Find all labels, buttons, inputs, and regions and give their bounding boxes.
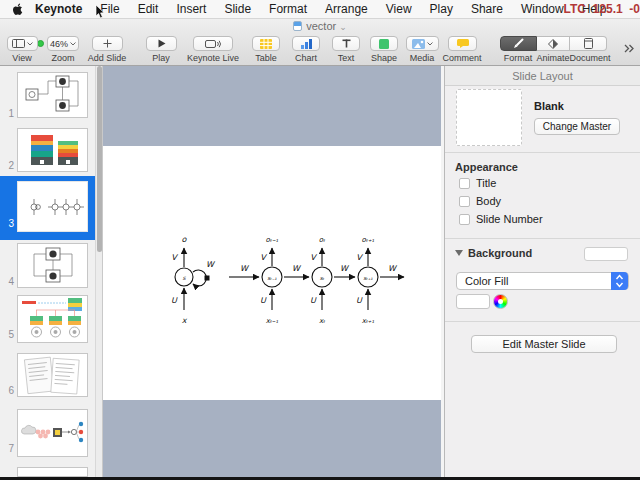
- fill-type-select[interactable]: Color Fill: [456, 272, 629, 290]
- slide-number-7: 7: [2, 443, 14, 454]
- slide-5-graphic: [18, 296, 87, 342]
- slide-thumbnail-2[interactable]: [17, 128, 88, 172]
- title-checkbox-label: Title: [476, 177, 496, 189]
- view-button-label: View: [12, 53, 31, 63]
- shape-button[interactable]: [370, 36, 398, 51]
- slide-6-graphic: [18, 354, 87, 396]
- w-label-3: W: [388, 264, 398, 273]
- navigator-scrollbar[interactable]: [95, 66, 103, 477]
- format-button[interactable]: [500, 36, 537, 51]
- document-icon: [584, 38, 593, 49]
- change-master-button[interactable]: Change Master: [534, 118, 620, 135]
- text-label: Text: [338, 53, 355, 63]
- shape-label: Shape: [371, 53, 397, 63]
- navigator-scrollbar-thumb[interactable]: [97, 66, 102, 252]
- title-chevron-icon[interactable]: ⌄: [339, 22, 347, 32]
- slide-thumbnail-1[interactable]: [17, 72, 88, 118]
- menu-edit[interactable]: Edit: [129, 2, 168, 16]
- text-icon: [342, 39, 351, 48]
- slide-thumbnail-8[interactable]: [17, 467, 88, 477]
- slide-canvas: s o V W U x sₜ₋₁ sₜ sₜ₊₁ W W W W: [103, 66, 444, 477]
- keynote-live-button[interactable]: [193, 36, 233, 51]
- add-slide-button[interactable]: [92, 36, 123, 51]
- comment-label: Comment: [442, 53, 481, 63]
- edit-master-slide-button[interactable]: Edit Master Slide: [471, 335, 617, 353]
- menu-play[interactable]: Play: [421, 2, 462, 16]
- format-inspector: Slide Layout Blank Change Master Appeara…: [444, 66, 640, 477]
- media-button[interactable]: [406, 36, 439, 51]
- window-title-text: vector: [306, 20, 336, 32]
- fill-color-well[interactable]: [456, 294, 490, 309]
- media-label: Media: [410, 53, 435, 63]
- animate-label: Animate: [536, 53, 569, 63]
- slide-number-1: 1: [2, 108, 14, 119]
- menu-insert[interactable]: Insert: [167, 2, 215, 16]
- play-label: Play: [152, 53, 170, 63]
- title-checkbox-row: Title: [459, 177, 496, 189]
- text-button[interactable]: [332, 36, 360, 51]
- zoom-control[interactable]: 46%: [47, 36, 79, 51]
- toolbar: vector⌄ View 46% Zoom Add Slide Play Key…: [0, 19, 640, 66]
- select-stepper[interactable]: [611, 272, 628, 290]
- menu-format[interactable]: Format: [260, 2, 316, 16]
- master-name: Blank: [534, 100, 564, 112]
- animate-button[interactable]: [537, 36, 570, 51]
- comment-button[interactable]: [448, 36, 477, 51]
- zoom-value: 46%: [50, 39, 68, 49]
- table-button[interactable]: [252, 36, 280, 51]
- menu-slide[interactable]: Slide: [215, 2, 260, 16]
- chart-label: Chart: [295, 53, 317, 63]
- slide-thumbnail-3[interactable]: [17, 181, 88, 232]
- media-icon: [412, 39, 425, 49]
- input-t-label: xₜ: [319, 317, 326, 325]
- background-heading: Background: [468, 247, 532, 259]
- mouse-cursor-icon: [95, 5, 105, 23]
- body-checkbox[interactable]: [459, 196, 470, 207]
- table-icon: [260, 39, 272, 49]
- chart-button[interactable]: [292, 36, 320, 51]
- slide-thumbnail-6[interactable]: [17, 353, 88, 397]
- state-t-1-label: sₜ₋₁: [267, 275, 277, 281]
- body-checkbox-label: Body: [476, 195, 501, 207]
- v-weight-label: V: [171, 253, 178, 262]
- apple-icon[interactable]: [12, 3, 23, 16]
- paintbrush-icon: [513, 38, 524, 49]
- chevron-down-icon: [427, 42, 433, 46]
- color-wheel-button[interactable]: [493, 294, 508, 309]
- output-t-1-label: oₜ₋₁: [266, 236, 279, 244]
- view-layout-icon: [12, 39, 25, 48]
- chevron-down-icon: [27, 42, 33, 46]
- slide-thumbnail-4[interactable]: [17, 243, 88, 288]
- w-label-1: W: [292, 264, 302, 273]
- state-t-label: sₜ: [320, 275, 325, 281]
- chevron-down-icon: [70, 42, 76, 46]
- input-t-1-label: xₜ₋₁: [266, 317, 279, 325]
- menu-view[interactable]: View: [377, 2, 421, 16]
- menu-arrange[interactable]: Arrange: [316, 2, 377, 16]
- keynote-live-label: Keynote Live: [187, 53, 239, 63]
- slide-thumbnail-7[interactable]: [17, 409, 88, 457]
- rnn-diagram[interactable]: s o V W U x sₜ₋₁ sₜ sₜ₊₁ W W W W: [103, 146, 441, 400]
- current-slide[interactable]: s o V W U x sₜ₋₁ sₜ sₜ₊₁ W W W W: [103, 146, 441, 400]
- play-button[interactable]: [146, 36, 177, 51]
- slide-number-6: 6: [2, 385, 14, 396]
- document-button[interactable]: [570, 36, 607, 51]
- state-t+1-label: sₜ₊₁: [363, 275, 373, 281]
- slide-thumbnail-5[interactable]: [17, 295, 88, 343]
- background-disclosure-triangle[interactable]: [455, 250, 463, 256]
- slide-number-5: 5: [2, 329, 14, 340]
- background-preview-well[interactable]: [584, 247, 628, 261]
- slide-navigator: 1 2 3 4: [0, 66, 95, 477]
- document-label: Document: [569, 53, 610, 63]
- zoom-window-button[interactable]: [37, 40, 44, 47]
- w-weight-label: W: [206, 260, 216, 269]
- view-button[interactable]: [7, 36, 38, 51]
- master-slide-thumbnail[interactable]: [456, 89, 522, 146]
- plus-icon: [103, 39, 112, 48]
- title-checkbox[interactable]: [459, 178, 470, 189]
- menu-share[interactable]: Share: [462, 2, 512, 16]
- slide-number-checkbox[interactable]: [459, 214, 470, 225]
- input-t+1-label: xₜ₊₁: [362, 317, 375, 325]
- toolbar-overflow-icon[interactable]: [624, 39, 634, 57]
- menu-keynote[interactable]: Keynote: [27, 2, 91, 16]
